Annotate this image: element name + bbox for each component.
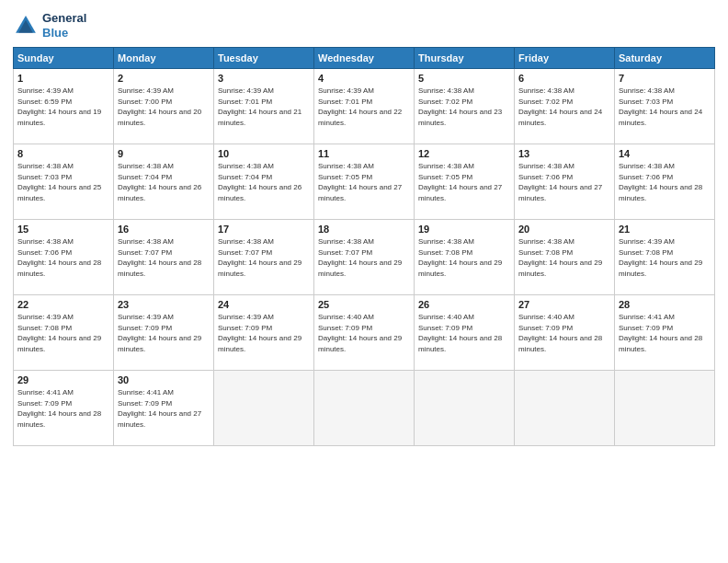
calendar-cell: 23Sunrise: 4:39 AMSunset: 7:09 PMDayligh… (114, 295, 214, 371)
calendar-cell (415, 371, 515, 446)
day-number: 22 (17, 299, 109, 310)
weekday-saturday: Saturday (615, 48, 715, 69)
calendar-cell (314, 371, 415, 446)
calendar-cell: 10Sunrise: 4:38 AMSunset: 7:04 PMDayligh… (214, 144, 314, 220)
day-number: 29 (17, 374, 109, 385)
weekday-wednesday: Wednesday (314, 48, 415, 69)
calendar-cell: 11Sunrise: 4:38 AMSunset: 7:05 PMDayligh… (314, 144, 415, 220)
calendar-cell: 20Sunrise: 4:38 AMSunset: 7:08 PMDayligh… (515, 220, 615, 295)
calendar-week-2: 8Sunrise: 4:38 AMSunset: 7:03 PMDaylight… (14, 144, 715, 220)
calendar-body: 1Sunrise: 4:39 AMSunset: 6:59 PMDaylight… (14, 69, 715, 446)
calendar-cell: 26Sunrise: 4:40 AMSunset: 7:09 PMDayligh… (415, 295, 515, 371)
calendar-cell: 24Sunrise: 4:39 AMSunset: 7:09 PMDayligh… (214, 295, 314, 371)
day-info: Sunrise: 4:41 AMSunset: 7:09 PMDaylight:… (118, 387, 210, 430)
day-info: Sunrise: 4:40 AMSunset: 7:09 PMDaylight:… (518, 312, 610, 354)
day-info: Sunrise: 4:38 AMSunset: 7:07 PMDaylight:… (318, 236, 410, 279)
day-number: 6 (518, 73, 610, 84)
calendar-week-4: 22Sunrise: 4:39 AMSunset: 7:08 PMDayligh… (14, 295, 715, 371)
logo-icon (13, 13, 39, 39)
calendar-cell: 7Sunrise: 4:38 AMSunset: 7:03 PMDaylight… (615, 69, 715, 144)
day-number: 19 (418, 224, 510, 235)
day-number: 18 (318, 224, 410, 235)
day-number: 17 (218, 224, 310, 235)
calendar-cell: 1Sunrise: 4:39 AMSunset: 6:59 PMDaylight… (14, 69, 114, 144)
day-number: 15 (17, 224, 109, 235)
weekday-friday: Friday (515, 48, 615, 69)
day-info: Sunrise: 4:38 AMSunset: 7:05 PMDaylight:… (418, 161, 510, 203)
day-number: 11 (318, 148, 410, 159)
day-info: Sunrise: 4:39 AMSunset: 6:59 PMDaylight:… (17, 86, 109, 128)
calendar-cell: 14Sunrise: 4:38 AMSunset: 7:06 PMDayligh… (615, 144, 715, 220)
calendar-cell: 3Sunrise: 4:39 AMSunset: 7:01 PMDaylight… (214, 69, 314, 144)
day-info: Sunrise: 4:39 AMSunset: 7:08 PMDaylight:… (619, 236, 711, 279)
day-number: 21 (619, 224, 711, 235)
calendar-cell: 15Sunrise: 4:38 AMSunset: 7:06 PMDayligh… (14, 220, 114, 295)
day-info: Sunrise: 4:39 AMSunset: 7:00 PMDaylight:… (118, 86, 210, 128)
calendar-cell: 28Sunrise: 4:41 AMSunset: 7:09 PMDayligh… (615, 295, 715, 371)
calendar-cell: 19Sunrise: 4:38 AMSunset: 7:08 PMDayligh… (415, 220, 515, 295)
day-info: Sunrise: 4:38 AMSunset: 7:05 PMDaylight:… (318, 161, 410, 203)
day-number: 24 (218, 299, 310, 310)
calendar-cell: 17Sunrise: 4:38 AMSunset: 7:07 PMDayligh… (214, 220, 314, 295)
day-info: Sunrise: 4:38 AMSunset: 7:04 PMDaylight:… (118, 161, 210, 203)
day-number: 4 (318, 73, 410, 84)
weekday-thursday: Thursday (415, 48, 515, 69)
day-info: Sunrise: 4:41 AMSunset: 7:09 PMDaylight:… (619, 312, 711, 354)
day-number: 13 (518, 148, 610, 159)
day-number: 9 (118, 148, 210, 159)
day-info: Sunrise: 4:39 AMSunset: 7:01 PMDaylight:… (218, 86, 310, 128)
day-info: Sunrise: 4:38 AMSunset: 7:02 PMDaylight:… (518, 86, 610, 128)
calendar-cell: 22Sunrise: 4:39 AMSunset: 7:08 PMDayligh… (14, 295, 114, 371)
calendar-header: SundayMondayTuesdayWednesdayThursdayFrid… (14, 48, 715, 69)
day-info: Sunrise: 4:38 AMSunset: 7:03 PMDaylight:… (17, 161, 109, 203)
logo: General Blue (13, 11, 86, 40)
calendar-cell: 30Sunrise: 4:41 AMSunset: 7:09 PMDayligh… (114, 371, 214, 446)
day-number: 27 (518, 299, 610, 310)
day-info: Sunrise: 4:39 AMSunset: 7:08 PMDaylight:… (17, 312, 109, 354)
day-number: 3 (218, 73, 310, 84)
calendar-cell: 9Sunrise: 4:38 AMSunset: 7:04 PMDaylight… (114, 144, 214, 220)
weekday-monday: Monday (114, 48, 214, 69)
day-info: Sunrise: 4:38 AMSunset: 7:06 PMDaylight:… (619, 161, 711, 203)
day-info: Sunrise: 4:38 AMSunset: 7:06 PMDaylight:… (17, 236, 109, 279)
calendar-cell: 6Sunrise: 4:38 AMSunset: 7:02 PMDaylight… (515, 69, 615, 144)
calendar-cell: 21Sunrise: 4:39 AMSunset: 7:08 PMDayligh… (615, 220, 715, 295)
calendar-cell: 4Sunrise: 4:39 AMSunset: 7:01 PMDaylight… (314, 69, 415, 144)
day-info: Sunrise: 4:38 AMSunset: 7:06 PMDaylight:… (518, 161, 610, 203)
calendar-cell (515, 371, 615, 446)
day-number: 16 (118, 224, 210, 235)
calendar-week-1: 1Sunrise: 4:39 AMSunset: 6:59 PMDaylight… (14, 69, 715, 144)
day-info: Sunrise: 4:39 AMSunset: 7:01 PMDaylight:… (318, 86, 410, 128)
day-number: 28 (619, 299, 711, 310)
day-number: 26 (418, 299, 510, 310)
day-number: 1 (17, 73, 109, 84)
calendar-cell: 18Sunrise: 4:38 AMSunset: 7:07 PMDayligh… (314, 220, 415, 295)
calendar-cell: 27Sunrise: 4:40 AMSunset: 7:09 PMDayligh… (515, 295, 615, 371)
day-number: 20 (518, 224, 610, 235)
calendar-week-5: 29Sunrise: 4:41 AMSunset: 7:09 PMDayligh… (14, 371, 715, 446)
day-number: 5 (418, 73, 510, 84)
calendar-cell: 13Sunrise: 4:38 AMSunset: 7:06 PMDayligh… (515, 144, 615, 220)
day-info: Sunrise: 4:38 AMSunset: 7:02 PMDaylight:… (418, 86, 510, 128)
day-number: 7 (619, 73, 711, 84)
day-number: 23 (118, 299, 210, 310)
calendar-cell: 5Sunrise: 4:38 AMSunset: 7:02 PMDaylight… (415, 69, 515, 144)
calendar-cell (615, 371, 715, 446)
calendar-cell: 25Sunrise: 4:40 AMSunset: 7:09 PMDayligh… (314, 295, 415, 371)
logo-text: General Blue (42, 11, 86, 40)
calendar-cell: 12Sunrise: 4:38 AMSunset: 7:05 PMDayligh… (415, 144, 515, 220)
day-info: Sunrise: 4:40 AMSunset: 7:09 PMDaylight:… (318, 312, 410, 354)
day-info: Sunrise: 4:38 AMSunset: 7:04 PMDaylight:… (218, 161, 310, 203)
day-info: Sunrise: 4:38 AMSunset: 7:07 PMDaylight:… (118, 236, 210, 279)
calendar-cell: 29Sunrise: 4:41 AMSunset: 7:09 PMDayligh… (14, 371, 114, 446)
day-number: 2 (118, 73, 210, 84)
page: General Blue SundayMondayTuesdayWednesda… (0, 0, 728, 563)
day-number: 12 (418, 148, 510, 159)
header: General Blue (13, 11, 715, 40)
day-info: Sunrise: 4:40 AMSunset: 7:09 PMDaylight:… (418, 312, 510, 354)
day-number: 10 (218, 148, 310, 159)
day-info: Sunrise: 4:38 AMSunset: 7:08 PMDaylight:… (518, 236, 610, 279)
weekday-header-row: SundayMondayTuesdayWednesdayThursdayFrid… (14, 48, 715, 69)
day-info: Sunrise: 4:38 AMSunset: 7:03 PMDaylight:… (619, 86, 711, 128)
calendar-cell: 2Sunrise: 4:39 AMSunset: 7:00 PMDaylight… (114, 69, 214, 144)
